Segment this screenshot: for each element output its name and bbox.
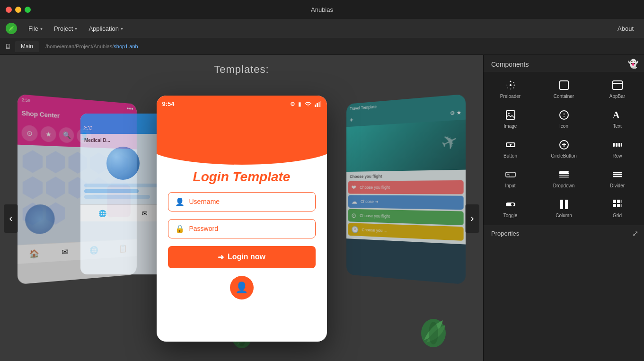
- travel-mockup: Travel Template ✈ ⚙ ★ ✈ Choose you fligh…: [346, 94, 466, 285]
- component-preloader[interactable]: Preloader: [484, 74, 537, 104]
- settings-icon: ⚙: [290, 101, 295, 107]
- svg-point-10: [510, 81, 511, 82]
- svg-point-12: [513, 85, 515, 86]
- wifi-icon: [304, 101, 312, 107]
- username-field[interactable]: 👤 Username: [168, 192, 316, 211]
- button-label: Button: [503, 153, 517, 158]
- username-placeholder: Username: [189, 198, 220, 205]
- svg-rect-33: [618, 143, 620, 147]
- svg-rect-49: [613, 200, 616, 203]
- login-title: Login Template: [193, 169, 291, 185]
- svg-rect-18: [613, 81, 622, 89]
- main-tab[interactable]: Main: [15, 41, 39, 52]
- button-icon: [504, 138, 517, 151]
- svg-rect-48: [565, 200, 568, 209]
- toggle-label: Toggle: [503, 213, 517, 218]
- component-button[interactable]: Button: [484, 133, 537, 163]
- svg-rect-40: [559, 176, 569, 178]
- svg-rect-1: [315, 105, 316, 107]
- expand-icon[interactable]: ⤢: [632, 229, 638, 238]
- icon-component-icon: [557, 108, 571, 122]
- component-icon[interactable]: Icon: [537, 104, 591, 133]
- svg-point-14: [510, 88, 511, 90]
- container-icon: [557, 79, 571, 92]
- svg-rect-31: [613, 143, 615, 147]
- svg-point-9: [510, 84, 512, 86]
- svg-rect-54: [621, 204, 622, 207]
- circlebutton-icon: [557, 138, 571, 151]
- svg-point-8: [429, 322, 438, 344]
- maximize-button[interactable]: [25, 7, 31, 13]
- svg-point-23: [564, 116, 565, 117]
- status-time: 9:54: [162, 100, 175, 107]
- file-menu[interactable]: File ▾: [24, 23, 47, 35]
- circlebutton-label: CircleButton: [551, 153, 576, 158]
- project-menu-arrow: ▾: [75, 26, 77, 31]
- icon-component-label: Icon: [559, 123, 568, 129]
- toggle-icon: [504, 198, 517, 211]
- login-arrow-icon: ➜: [218, 253, 224, 262]
- svg-rect-52: [617, 204, 620, 207]
- carousel-prev-button[interactable]: ‹: [4, 204, 18, 233]
- templates-label: Templates:: [214, 63, 269, 76]
- components-title: Components: [484, 55, 644, 72]
- carousel-next-button[interactable]: ›: [465, 204, 479, 233]
- medical-mockup: 2:33 Medical D... 🌐 ✉: [80, 114, 166, 274]
- login-wave: [157, 113, 327, 150]
- component-grid[interactable]: Grid: [591, 193, 644, 223]
- login-button[interactable]: ➜ Login now: [168, 246, 316, 268]
- component-appbar[interactable]: AppBar: [591, 74, 644, 104]
- component-divider[interactable]: Divider: [591, 163, 644, 193]
- component-dropdown[interactable]: Dropdown: [537, 163, 591, 193]
- carousel: ‹ 2:59 ●●● Shop Center ⊙ ★ 🔍 👤: [0, 76, 483, 361]
- lock-icon: 🔒: [175, 224, 185, 233]
- component-toggle[interactable]: Toggle: [484, 193, 537, 223]
- appbar-icon: [611, 79, 624, 92]
- login-status-bar: 9:54 ⚙ ▮: [157, 96, 327, 113]
- grid-icon: [611, 198, 624, 211]
- about-button[interactable]: About: [612, 23, 639, 35]
- close-button[interactable]: [6, 7, 12, 13]
- grid-label: Grid: [613, 213, 622, 218]
- password-field[interactable]: 🔒 Password: [168, 219, 316, 238]
- svg-rect-50: [617, 200, 620, 203]
- components-grid: Preloader Container AppBar: [484, 72, 644, 225]
- component-circlebutton[interactable]: CircleButton: [537, 133, 591, 163]
- svg-point-15: [507, 87, 508, 88]
- input-label: Input: [505, 183, 515, 188]
- menubar: File ▾ Project ▾ Application ▾ About: [0, 19, 644, 38]
- svg-rect-2: [317, 103, 318, 107]
- svg-rect-3: [318, 102, 320, 107]
- properties-title: Properties: [491, 230, 636, 237]
- components-extra-icon[interactable]: 👻: [628, 59, 638, 69]
- svg-point-21: [508, 113, 510, 114]
- minimize-button[interactable]: [15, 7, 21, 13]
- svg-rect-51: [613, 204, 616, 207]
- component-image[interactable]: Image: [484, 104, 537, 133]
- tabbar: 🖥 Main /home/eman/Project/Anubias/shop1.…: [0, 38, 644, 55]
- component-container[interactable]: Container: [537, 74, 591, 104]
- project-menu[interactable]: Project ▾: [49, 23, 82, 35]
- svg-rect-20: [506, 111, 515, 119]
- right-sidebar: Components 👻 Preloader Container: [483, 55, 644, 361]
- app-logo: [5, 22, 18, 35]
- svg-rect-34: [621, 143, 622, 147]
- login-mockup: 9:54 ⚙ ▮: [157, 96, 327, 342]
- svg-text:Y|: Y|: [507, 173, 510, 177]
- logo-icon: [5, 22, 18, 35]
- component-column[interactable]: Column: [537, 193, 591, 223]
- dropdown-icon: [557, 168, 571, 181]
- application-menu[interactable]: Application ▾: [84, 23, 128, 35]
- component-text[interactable]: A Text: [591, 104, 644, 133]
- component-row[interactable]: Row: [591, 133, 644, 163]
- svg-rect-39: [559, 175, 569, 176]
- canvas-area: Templates: ‹ 2:59 ●●● Shop Center ⊙: [0, 55, 483, 361]
- column-icon: [557, 198, 571, 211]
- input-icon: Y|: [504, 168, 517, 181]
- tab-monitor-icon: 🖥: [5, 43, 11, 50]
- divider-icon: [611, 168, 624, 181]
- signal-icon: [315, 101, 321, 107]
- svg-rect-32: [616, 143, 618, 147]
- component-input[interactable]: Y| Input: [484, 163, 537, 193]
- logo-bottom-right: [412, 302, 455, 352]
